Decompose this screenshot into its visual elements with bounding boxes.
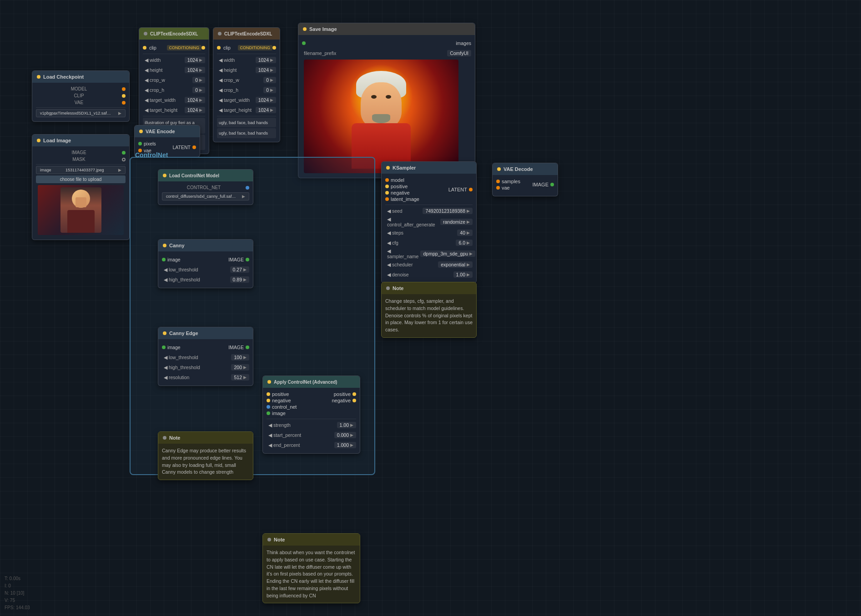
strength-value[interactable]: 1.00▶ (337, 422, 356, 428)
acn-cn-in[interactable] (267, 405, 270, 409)
width-value-1[interactable]: 1024▶ (185, 57, 205, 63)
ce-low-value[interactable]: 100▶ (231, 354, 249, 361)
note-ks-text: Change steps, cfg, sampler, and schedule… (382, 294, 476, 337)
control-after-value[interactable]: randomize▶ (440, 219, 473, 225)
ce-image-out[interactable] (246, 346, 249, 349)
cn-arrow[interactable]: ▶ (242, 194, 245, 199)
cn-file-selector[interactable]: control_diffusers/sdxl_canny_full.safete… (162, 192, 249, 200)
targeth-value-1[interactable]: 1024▶ (185, 107, 205, 113)
cfg-value[interactable]: 6.0▶ (456, 240, 473, 246)
ce-low-row: ◀ low_threshold 100▶ (162, 353, 249, 362)
acn-positive-label: positive (272, 391, 289, 397)
canny-image-out[interactable] (246, 258, 249, 261)
denoise-row: ◀ denoise 1.00▶ (385, 270, 473, 279)
width-row-2: ◀ width 1024▶ (217, 55, 276, 65)
vd-vae-in[interactable] (496, 186, 500, 190)
save-images-port-row: images (302, 39, 471, 48)
ce-image-in[interactable] (162, 346, 166, 349)
seed-row: ◀ seed 749203123189388▶ (385, 206, 473, 215)
clip-output-port[interactable] (122, 94, 126, 98)
width-value-2[interactable]: 1024▶ (256, 57, 276, 63)
pixels-input-port[interactable] (138, 142, 142, 145)
ks-latent-in[interactable] (385, 197, 389, 201)
node-status-dot (37, 75, 40, 79)
start-pct-value[interactable]: 0.000▶ (334, 432, 356, 438)
filename-value[interactable]: ComfyUI (447, 50, 471, 56)
mask-output-port[interactable] (122, 158, 126, 161)
sampler-row: ◀ sampler_name dpmpp_3m_sde_gpu▶ (385, 248, 473, 259)
clip1-title: CLIPTextEncodeSDXL (150, 31, 198, 36)
height-value-1[interactable]: 1024▶ (185, 67, 205, 73)
negative-text-1[interactable]: ugly, bad face, bad hands (217, 118, 276, 127)
denoise-value[interactable]: 1.00▶ (453, 271, 473, 278)
scheduler-value[interactable]: exponential▶ (438, 261, 473, 268)
high-threshold-label: ◀ high_threshold (162, 277, 202, 282)
high-threshold-row: ◀ high_threshold 0.89▶ (162, 275, 249, 284)
ks-latent-out-label: LATENT (448, 187, 467, 192)
image-output-port[interactable] (122, 151, 126, 155)
ks-positive-in[interactable] (385, 185, 389, 188)
ks-model-label: model (391, 177, 404, 183)
targeth-value-2[interactable]: 1024▶ (256, 107, 276, 113)
image-file-selector[interactable]: image 1531174403377.jpeg ▶ (36, 166, 126, 174)
checkpoint-file-selector[interactable]: v1pbgpaxTimelessxdSDXL1_v12.safetensors … (36, 109, 126, 117)
clip2-output-port[interactable] (272, 46, 276, 50)
vae-decode-node: VAE Decode samples vae IMAGE (492, 163, 558, 196)
ks-latent-out[interactable] (469, 188, 473, 191)
vd-samples-in[interactable] (496, 180, 500, 183)
choose-file-button[interactable]: choose file to upload (36, 175, 126, 183)
acn-negative-in[interactable] (267, 399, 270, 402)
ksampler-dot (386, 166, 390, 170)
vae-output-port[interactable] (122, 101, 126, 105)
ksampler-title: KSampler (393, 165, 416, 170)
images-input-port[interactable] (302, 41, 306, 45)
end-pct-label: ◀ end_percent (267, 442, 302, 448)
model-output-port[interactable] (122, 87, 126, 91)
steps-value[interactable]: 40▶ (457, 230, 473, 236)
cn-output-port[interactable] (246, 186, 249, 190)
targetw-value-1[interactable]: 1024▶ (185, 97, 205, 103)
clip1-clip-label: clip (146, 45, 159, 50)
ks-negative-label: negative (391, 190, 410, 195)
cropw-value-1[interactable]: 0▶ (192, 77, 205, 83)
ce-res-value[interactable]: 512▶ (231, 374, 249, 381)
sampler-value[interactable]: dpmpp_3m_sde_gpu▶ (420, 250, 475, 257)
acn-negative-out[interactable] (352, 399, 356, 402)
croph-row-1: ◀ crop_h 0▶ (143, 85, 205, 95)
canny-image-in[interactable] (162, 258, 166, 261)
high-threshold-value[interactable]: 0.89▶ (230, 276, 249, 283)
ks-model-in[interactable] (385, 178, 389, 182)
image-arrow[interactable]: ▶ (118, 168, 121, 172)
cropw-value-2[interactable]: 0▶ (263, 77, 276, 83)
end-pct-value[interactable]: 1.000▶ (334, 442, 356, 448)
ks-negative-in[interactable] (385, 191, 389, 195)
clip2-input-port[interactable] (217, 46, 221, 50)
acn-image-in[interactable] (267, 411, 270, 415)
negative-text-2[interactable]: ugly, bad face, bad hands (217, 128, 276, 138)
conditioning-badge-2: CONDITIONING (238, 45, 273, 50)
croph-value-1[interactable]: 0▶ (192, 87, 205, 93)
croph-value-2[interactable]: 0▶ (263, 87, 276, 93)
clip1-header-row: clip CONDITIONING (143, 43, 205, 52)
image-port-label: IMAGE (69, 150, 89, 155)
seed-value[interactable]: 749203123189388▶ (423, 208, 473, 214)
height-row-2: ◀ height 1024▶ (217, 65, 276, 75)
low-threshold-value[interactable]: 0.27▶ (230, 266, 249, 273)
acn-positive-in[interactable] (267, 392, 270, 396)
load-image-dot (37, 139, 40, 142)
height-value-2[interactable]: 1024▶ (256, 67, 276, 73)
checkpoint-arrow[interactable]: ▶ (118, 111, 121, 115)
vd-image-out[interactable] (550, 183, 554, 186)
cropw-label-2: ◀ crop_w (217, 77, 241, 83)
croph-label-1: ◀ crop_h (143, 87, 166, 93)
ce-high-value[interactable]: 200▶ (231, 364, 249, 371)
clip1-output-port[interactable] (201, 46, 205, 50)
vd-vae-label: vae (502, 185, 510, 190)
clip1-input-port[interactable] (143, 46, 146, 50)
canny-ports: image IMAGE (162, 255, 249, 264)
targetw-value-2[interactable]: 1024▶ (256, 97, 276, 103)
canny-node: Canny image IMAGE ◀ low_threshold 0.27▶ … (158, 239, 253, 288)
acn-positive-out[interactable] (352, 392, 356, 396)
canny-edge-title: Canny Edge (169, 331, 198, 336)
latent-output-port[interactable] (192, 145, 196, 149)
